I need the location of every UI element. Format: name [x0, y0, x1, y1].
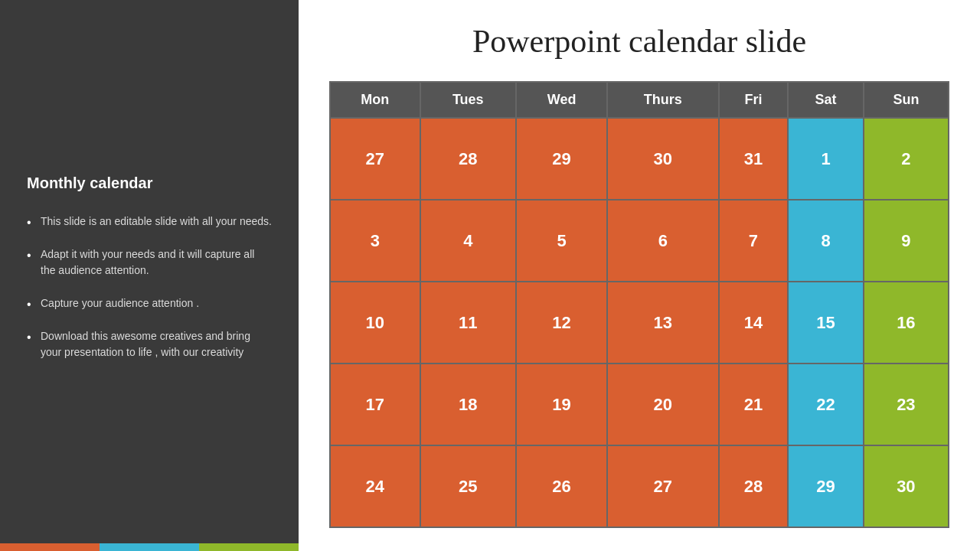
table-cell: 21: [719, 364, 789, 445]
table-cell: 29: [516, 118, 607, 200]
table-cell: 4: [420, 200, 516, 282]
header-sun: Sun: [864, 82, 949, 118]
table-cell: 19: [516, 364, 607, 445]
table-cell: 16: [864, 282, 949, 364]
table-cell: 9: [864, 200, 949, 282]
bottom-bar-orange: [0, 543, 100, 551]
table-cell: 26: [516, 445, 607, 527]
table-cell: 7: [719, 200, 789, 282]
table-cell: 24: [330, 445, 420, 527]
table-cell: 27: [607, 445, 718, 527]
bullet-item-3: Capture your audience attention .: [27, 295, 272, 311]
calendar-table: Mon Tues Wed Thurs Fri Sat Sun 272829303…: [329, 81, 949, 528]
table-cell: 5: [516, 200, 607, 282]
table-row: 17181920212223: [330, 364, 949, 445]
table-cell: 6: [607, 200, 718, 282]
table-cell: 10: [330, 282, 420, 364]
bottom-bar: [0, 543, 299, 551]
left-panel: Monthly calendar This slide is an editab…: [0, 0, 299, 551]
header-wed: Wed: [516, 82, 607, 118]
table-row: 24252627282930: [330, 445, 949, 527]
table-cell: 2: [864, 118, 949, 200]
table-cell: 17: [330, 364, 420, 445]
header-thurs: Thurs: [607, 82, 718, 118]
table-cell: 30: [607, 118, 718, 200]
monthly-calendar-heading: Monthly calendar: [27, 174, 272, 192]
header-mon: Mon: [330, 82, 420, 118]
bullet-list: This slide is an editable slide with all…: [27, 214, 272, 377]
table-cell: 1: [788, 118, 863, 200]
header-tues: Tues: [420, 82, 516, 118]
table-cell: 11: [420, 282, 516, 364]
table-row: 10111213141516: [330, 282, 949, 364]
table-row: 272829303112: [330, 118, 949, 200]
bottom-bar-green: [199, 543, 299, 551]
table-row: 3456789: [330, 200, 949, 282]
bullet-item-4: Download this awesome creatives and brin…: [27, 328, 272, 360]
table-cell: 31: [719, 118, 789, 200]
table-cell: 14: [719, 282, 789, 364]
table-cell: 29: [788, 445, 863, 527]
table-cell: 23: [864, 364, 949, 445]
table-cell: 22: [788, 364, 863, 445]
table-cell: 8: [788, 200, 863, 282]
calendar-header-row: Mon Tues Wed Thurs Fri Sat Sun: [330, 82, 949, 118]
table-cell: 12: [516, 282, 607, 364]
table-cell: 27: [330, 118, 420, 200]
table-cell: 18: [420, 364, 516, 445]
table-cell: 28: [420, 118, 516, 200]
table-cell: 25: [420, 445, 516, 527]
header-sat: Sat: [788, 82, 863, 118]
table-cell: 28: [719, 445, 789, 527]
slide-title: Powerpoint calendar slide: [329, 23, 949, 60]
bottom-bar-blue: [100, 543, 199, 551]
bullet-item-2: Adapt it with your needs and it will cap…: [27, 246, 272, 279]
table-cell: 20: [607, 364, 718, 445]
table-cell: 30: [864, 445, 949, 527]
table-cell: 15: [788, 282, 863, 364]
table-cell: 3: [330, 200, 420, 282]
table-cell: 13: [607, 282, 718, 364]
right-panel: Powerpoint calendar slide Mon Tues Wed T…: [299, 0, 980, 551]
header-fri: Fri: [719, 82, 789, 118]
bullet-item-1: This slide is an editable slide with all…: [27, 214, 272, 230]
